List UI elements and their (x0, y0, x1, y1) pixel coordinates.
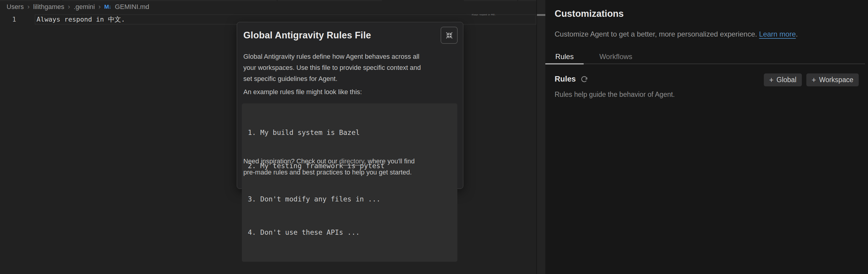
rules-section-title: Rules (555, 74, 576, 84)
antigravity-window: Users › lilithgames › .gemini › M↓ GEMIN… (0, 0, 868, 274)
rules-actions: + Global + Workspace (764, 74, 859, 86)
active-tab-indicator (545, 63, 584, 64)
tab-workflows[interactable]: Workflows (594, 50, 638, 64)
chevron-right-icon: › (68, 3, 70, 11)
panel-tabs: Rules Workflows (545, 50, 865, 64)
markdown-file-icon: M↓ (104, 4, 111, 10)
customizations-panel: Customizations Customize Agent to get a … (545, 0, 868, 274)
tab-bar-bottom-edge (0, 0, 545, 1)
collapse-button[interactable] (441, 27, 458, 44)
scrollbar-slider[interactable] (537, 14, 545, 16)
popover-example-intro: An example rules file might look like th… (243, 86, 362, 98)
plus-icon: + (812, 76, 816, 84)
breadcrumb: Users › lilithgames › .gemini › M↓ GEMIN… (7, 2, 149, 11)
breadcrumb-file-name[interactable]: GEMINI.md (115, 3, 149, 11)
add-workspace-rule-button[interactable]: + Workspace (806, 74, 859, 86)
learn-more-link[interactable]: Learn more (759, 30, 796, 38)
popover-footer: Need inspiration? Check out our director… (243, 156, 414, 178)
refresh-icon (580, 75, 588, 83)
rules-description: Rules help guide the behavior of Agent. (555, 90, 675, 99)
collapse-icon (445, 31, 454, 39)
refresh-button[interactable] (580, 75, 588, 83)
active-tab-gap (382, 0, 464, 1)
code-line: 4. Don't use these APIs ... (248, 227, 452, 238)
panel-title: Customizations (555, 8, 624, 19)
add-global-rule-button[interactable]: + Global (764, 74, 802, 86)
rules-section-header: Rules (555, 74, 588, 84)
line-number: 1 (6, 15, 16, 25)
global-rules-popover: Global Antigravity Rules File Global Ant… (237, 22, 463, 189)
editor-line-text[interactable]: Always respond in 中文. (36, 15, 125, 25)
scrollbar-track[interactable] (537, 0, 545, 274)
breadcrumb-segment-gemini-dir[interactable]: .gemini (74, 3, 95, 11)
breadcrumb-segment-users[interactable]: Users (7, 3, 24, 11)
directory-link[interactable]: directory (339, 157, 364, 165)
code-line: 3. Don't modify any files in ... (248, 194, 452, 205)
example-rules-codeblock: 1. My build system is Bazel 2. My testin… (242, 103, 457, 262)
chevron-right-icon: › (27, 3, 29, 11)
plus-icon: + (769, 76, 774, 84)
chevron-right-icon: › (98, 3, 100, 11)
tab-separator (277, 0, 277, 1)
minimap[interactable]: Always respond in 中文. (472, 13, 496, 16)
panel-subtitle: Customize Agent to get a better, more pe… (555, 30, 798, 38)
tab-separator (518, 0, 518, 1)
code-line: 1. My build system is Bazel (248, 127, 452, 138)
breadcrumb-segment-lilithgames[interactable]: lilithgames (33, 3, 64, 11)
popover-title: Global Antigravity Rules File (243, 30, 371, 41)
tab-separator (61, 0, 61, 1)
popover-description: Global Antigravity rules define how Agen… (243, 51, 421, 84)
tab-rules[interactable]: Rules (545, 50, 584, 64)
